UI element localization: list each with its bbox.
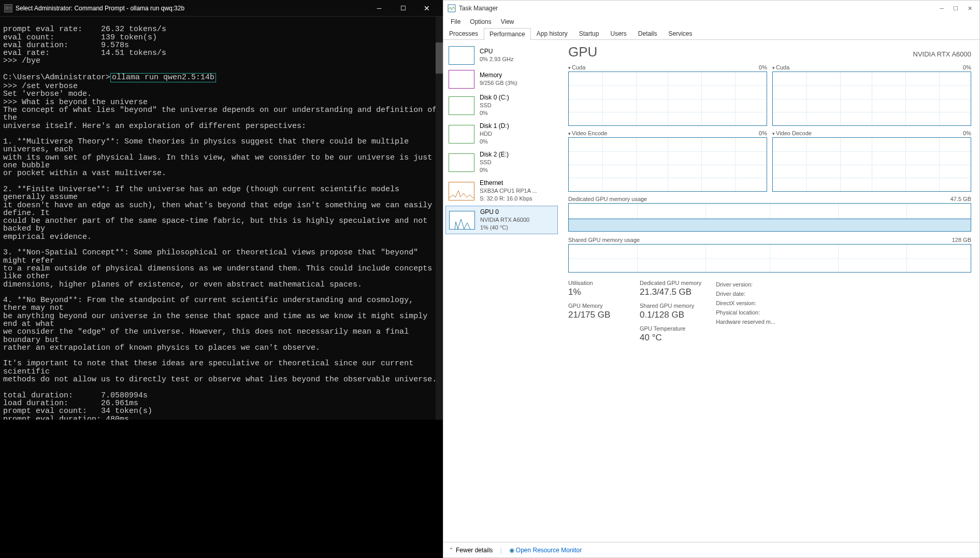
chart-label-cuda-1[interactable]: Cuda [572,64,585,70]
chart-label-video-encode[interactable]: Video Encode [572,130,607,136]
highlighted-command: ollama run qwen2.5:14b [110,73,216,82]
tm-footer: ⌃Fewer details | ◉ Open Resource Monitor [443,542,979,557]
tm-maximize-button[interactable]: ☐ [953,5,958,12]
chart-cuda-2[interactable] [772,71,971,126]
task-manager-window: Task Manager ─ ☐ ✕ File Options View Pro… [443,0,980,558]
cmd-titlebar[interactable]: C:\ Select Administrator: Command Prompt… [0,0,443,17]
maximize-button[interactable]: ☐ [391,0,415,17]
cmd-output[interactable]: prompt eval rate: 26.32 tokens/s eval co… [0,17,443,420]
stat-utilisation: 1% [568,287,625,297]
tm-titlebar[interactable]: Task Manager ─ ☐ ✕ [443,1,979,16]
chart-video-decode[interactable] [772,137,971,192]
close-button[interactable]: ✕ [415,0,439,17]
open-resource-monitor-link[interactable]: ◉ Open Resource Monitor [509,547,582,554]
dedicated-mem-label: Dedicated GPU memory usage [568,196,647,202]
cmd-icon: C:\ [4,4,12,12]
stat-gpu-memory: 21/175 GB [568,310,625,320]
stat-shared-mem: 0.1/128 GB [640,310,701,320]
tm-sidebar: CPU0% 2.93 GHzMemory9/256 GB (3%)Disk 0 … [443,40,560,542]
sidebar-item-disk-1-d-[interactable]: Disk 1 (D:)HDD 0% [445,120,558,148]
gpu-heading: GPU [568,44,597,60]
chart-label-video-decode[interactable]: Video Decode [776,130,812,136]
tm-close-button[interactable]: ✕ [968,5,972,12]
tab-app-history[interactable]: App history [531,27,573,39]
shared-mem-label: Shared GPU memory usage [568,237,640,243]
cmd-scrollbar-thumb[interactable] [436,42,443,74]
chart-dedicated-mem[interactable] [568,203,971,232]
fewer-details-link[interactable]: ⌃Fewer details [449,547,493,554]
tab-users[interactable]: Users [604,27,632,39]
sidebar-item-disk-2-e-[interactable]: Disk 2 (E:)SSD 0% [445,149,558,176]
sidebar-item-disk-0-c-[interactable]: Disk 0 (C:)SSD 0% [445,92,558,119]
tm-menubar: File Options View [443,16,979,27]
tab-startup[interactable]: Startup [573,27,605,39]
cmd-lower-blank [0,420,443,558]
tm-main-panel: GPU NVIDIA RTX A6000 ▾Cuda0% ▾Cuda0% ▾Vi… [560,40,979,542]
tm-tabs: Processes Performance App history Startu… [443,27,979,40]
menu-view[interactable]: View [497,17,518,26]
sidebar-item-cpu[interactable]: CPU0% 2.93 GHz [445,44,558,67]
tab-processes[interactable]: Processes [443,27,484,39]
menu-file[interactable]: File [446,17,465,26]
tm-title-text: Task Manager [459,5,940,12]
sidebar-item-memory[interactable]: Memory9/256 GB (3%) [445,68,558,91]
tab-services[interactable]: Services [663,27,698,39]
chart-cuda-1[interactable] [568,71,767,126]
tab-details[interactable]: Details [632,27,663,39]
menu-options[interactable]: Options [466,17,495,26]
tm-minimize-button[interactable]: ─ [940,5,944,12]
chart-video-encode[interactable] [568,137,767,192]
tm-icon [448,4,456,12]
gpu-model: NVIDIA RTX A6000 [913,50,972,58]
chart-label-cuda-2[interactable]: Cuda [776,64,789,70]
minimize-button[interactable]: ─ [367,0,391,17]
chart-shared-mem[interactable] [568,244,971,273]
cmd-scrollbar[interactable] [436,17,443,420]
stat-gpu-temp: 40 °C [640,333,701,343]
command-prompt-window: C:\ Select Administrator: Command Prompt… [0,0,443,420]
stat-dedicated-mem: 21.3/47.5 GB [640,287,701,297]
tab-performance[interactable]: Performance [484,28,531,40]
sidebar-item-gpu-0[interactable]: GPU 0NVIDIA RTX A6000 1% (40 °C) [445,206,558,234]
cmd-title-text: Select Administrator: Command Prompt - o… [16,5,367,12]
sidebar-item-ethernet[interactable]: EthernetSXB3A CPU1 RP1A ... S: 32.0 R: 1… [445,177,558,205]
